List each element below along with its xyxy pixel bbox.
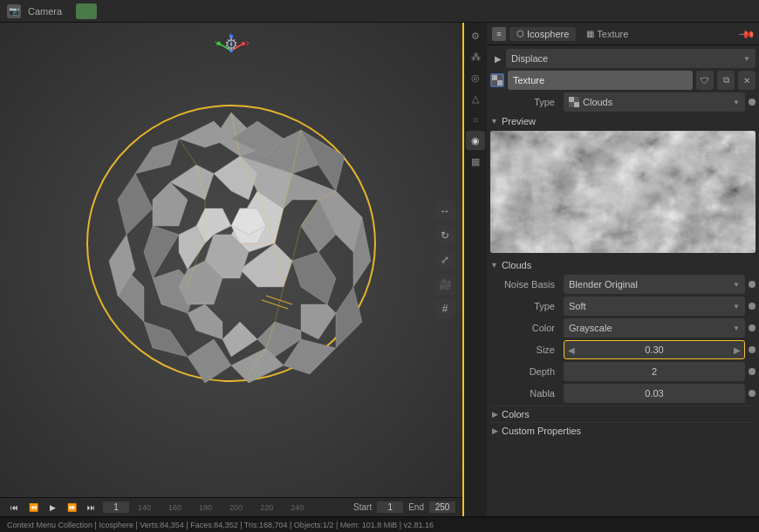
svg-rect-52 bbox=[497, 75, 503, 80]
start-frame-input[interactable] bbox=[377, 501, 403, 513]
viewport-grid-icon[interactable]: # bbox=[434, 298, 455, 319]
svg-rect-55 bbox=[574, 102, 579, 107]
nabla-value: 0.03 bbox=[645, 388, 663, 399]
end-label: End bbox=[408, 502, 424, 512]
clouds-label: Clouds bbox=[502, 260, 531, 270]
soft-type-label: Type bbox=[490, 301, 560, 311]
viewport-icons: ↔ ↻ ⤢ 🎥 # bbox=[434, 201, 455, 319]
play-pause-btn[interactable]: ▶ bbox=[45, 501, 59, 515]
color-dropdown[interactable]: Grayscale ▼ bbox=[564, 318, 745, 338]
custom-props-triangle: ▶ bbox=[492, 426, 498, 435]
texture-name-field[interactable]: Texture bbox=[508, 71, 693, 90]
svg-marker-24 bbox=[135, 139, 179, 174]
preview-resize-handle[interactable]: · · · · · bbox=[610, 248, 636, 253]
nabla-field[interactable]: 0.03 bbox=[564, 384, 745, 403]
timeline-mark: 160 bbox=[168, 503, 181, 512]
size-arrow-left: ◀ bbox=[568, 345, 575, 355]
sidebar-icon-texture[interactable]: ▦ bbox=[466, 152, 485, 171]
custom-properties-section[interactable]: ▶ Custom Properties bbox=[490, 422, 756, 439]
sidebar-icon-objectdata[interactable]: △ bbox=[466, 89, 485, 108]
sidebar-icon-particles[interactable]: ⁂ bbox=[466, 47, 485, 66]
end-frame-input[interactable] bbox=[429, 501, 455, 513]
viewport[interactable]: Z X Y ⚙ bbox=[0, 23, 462, 516]
sidebar-strip: ⚙ ⁂ ◎ △ ○ ◉ ▦ bbox=[464, 23, 487, 516]
color-chevron: ▼ bbox=[733, 324, 740, 332]
texture-shield-icon[interactable]: 🛡 bbox=[696, 71, 714, 90]
noise-basis-row: Noise Basis Blender Original ▼ bbox=[490, 275, 756, 294]
color-label: Color bbox=[490, 323, 560, 333]
size-label: Size bbox=[490, 344, 560, 355]
size-arrow-right: ▶ bbox=[734, 345, 741, 355]
viewport-rotate-icon[interactable]: ↻ bbox=[434, 225, 455, 246]
size-field[interactable]: ◀ 0.30 ▶ bbox=[564, 340, 745, 359]
sidebar-icon-modifier[interactable]: ⚙ bbox=[466, 26, 485, 45]
tab-texture-label: Texture bbox=[597, 29, 628, 39]
tab-texture[interactable]: ▦ Texture bbox=[579, 27, 635, 41]
panel-close-btn[interactable]: 📌 bbox=[741, 28, 754, 40]
type-dropdown[interactable]: Clouds ▼ bbox=[564, 92, 745, 112]
svg-marker-36 bbox=[144, 226, 179, 278]
panel-menu-icon[interactable]: ≡ bbox=[492, 27, 506, 41]
preview-section-header[interactable]: ▼ Preview bbox=[490, 114, 756, 128]
sidebar-icon-material[interactable]: ○ bbox=[466, 110, 485, 129]
svg-rect-56 bbox=[574, 97, 579, 102]
viewport-camera-icon[interactable]: 🎥 bbox=[434, 274, 455, 295]
properties-panel: ≡ ⬡ Icosphere ▦ Texture 📌 bbox=[487, 23, 759, 516]
texture-copy-icon[interactable]: ⧉ bbox=[717, 71, 735, 90]
soft-type-chevron: ▼ bbox=[733, 303, 740, 310]
section-expand-arrow[interactable]: ▶ bbox=[490, 49, 506, 68]
soft-type-dot bbox=[749, 303, 756, 310]
play-forward-btn[interactable]: ⏩ bbox=[65, 501, 79, 515]
camera-label: Camera bbox=[28, 6, 62, 17]
timeline-mark: 240 bbox=[291, 503, 304, 512]
nabla-label: Nabla bbox=[490, 388, 560, 399]
soft-type-row: Type Soft ▼ bbox=[490, 297, 756, 316]
current-frame-input[interactable] bbox=[103, 501, 129, 513]
play-back-btn[interactable]: ⏪ bbox=[26, 501, 40, 515]
timeline-ruler: 140 160 180 200 220 240 bbox=[134, 503, 348, 512]
preview-triangle: ▼ bbox=[490, 117, 498, 126]
depth-label: Depth bbox=[490, 366, 560, 377]
timeline-mark: 140 bbox=[138, 503, 151, 512]
svg-point-9 bbox=[217, 42, 221, 45]
preview-label: Preview bbox=[502, 116, 536, 126]
viewport-gear-icon: ⚙ bbox=[224, 35, 238, 54]
size-dot bbox=[749, 346, 756, 353]
viewport-scale-icon[interactable]: ⤢ bbox=[434, 249, 455, 270]
status-text: Context Menu Collection | Icosphere | Ve… bbox=[7, 521, 434, 529]
svg-rect-58 bbox=[490, 131, 756, 253]
panel-content: ▶ Displace ▼ bbox=[487, 45, 759, 516]
noise-basis-chevron: ▼ bbox=[733, 281, 740, 289]
viewport-bottom-bar: ⏮ ⏪ ▶ ⏩ ⏭ 140 160 180 200 220 240 Start … bbox=[0, 497, 462, 516]
displace-dropdown[interactable]: Displace ▼ bbox=[506, 49, 756, 68]
texture-close-icon[interactable]: ✕ bbox=[738, 71, 756, 90]
close-icon: 📌 bbox=[738, 24, 756, 43]
clouds-triangle: ▼ bbox=[490, 261, 498, 269]
noise-basis-dropdown[interactable]: Blender Original ▼ bbox=[564, 275, 745, 294]
colors-section[interactable]: ▶ Colors bbox=[490, 406, 756, 422]
viewport-canvas[interactable]: Z X Y ⚙ bbox=[0, 23, 462, 497]
viewport-translate-icon[interactable]: ↔ bbox=[434, 201, 455, 222]
panel-header: ≡ ⬡ Icosphere ▦ Texture 📌 bbox=[487, 23, 759, 45]
tab-icosphere[interactable]: ⬡ Icosphere bbox=[509, 27, 576, 41]
color-value: Grayscale bbox=[569, 323, 612, 333]
displace-row: ▶ Displace ▼ bbox=[490, 49, 756, 68]
clouds-section-header[interactable]: ▼ Clouds bbox=[490, 258, 756, 272]
status-bar: Context Menu Collection | Icosphere | Ve… bbox=[0, 516, 759, 532]
soft-type-dropdown[interactable]: Soft ▼ bbox=[564, 297, 745, 316]
timeline-mark: 200 bbox=[229, 503, 243, 512]
size-row: Size ◀ 0.30 ▶ bbox=[490, 340, 756, 359]
tab-icosphere-label: Icosphere bbox=[527, 29, 569, 39]
colors-label: Colors bbox=[502, 409, 530, 419]
rock-mesh bbox=[65, 78, 397, 409]
size-value: 0.30 bbox=[645, 344, 663, 355]
play-to-end-btn[interactable]: ⏭ bbox=[84, 501, 98, 515]
play-back-to-start-btn[interactable]: ⏮ bbox=[7, 501, 21, 515]
depth-field[interactable]: 2 bbox=[564, 362, 745, 381]
noise-basis-dot bbox=[749, 281, 756, 288]
sidebar-icon-world[interactable]: ◉ bbox=[466, 131, 485, 150]
sidebar-icon-physics[interactable]: ◎ bbox=[466, 68, 485, 87]
svg-rect-53 bbox=[492, 80, 497, 85]
svg-point-8 bbox=[242, 42, 245, 45]
texture-checker-icon bbox=[490, 73, 504, 87]
